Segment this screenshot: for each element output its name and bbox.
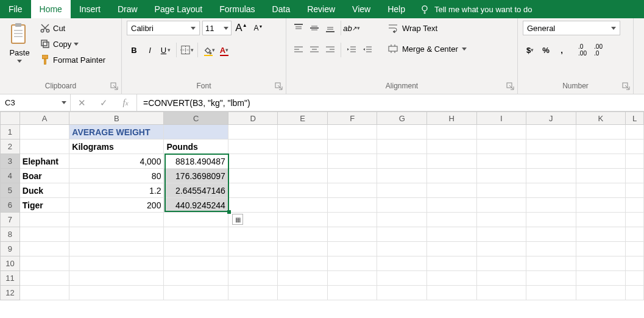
cell-C9[interactable]: [164, 242, 228, 256]
tab-view[interactable]: View: [344, 0, 379, 18]
cell-A11[interactable]: [20, 271, 70, 286]
cell-B1[interactable]: AVERAGE WEIGHT: [69, 125, 164, 140]
italic-button[interactable]: I: [143, 43, 157, 57]
cell-D2[interactable]: [228, 140, 278, 154]
row-header-2[interactable]: 2: [0, 140, 20, 154]
cell-D5[interactable]: [228, 183, 278, 198]
tab-help[interactable]: Help: [379, 0, 414, 18]
cell-K4[interactable]: [576, 169, 626, 183]
cell-F4[interactable]: [328, 169, 378, 183]
cell-L11[interactable]: [626, 271, 644, 286]
cell-E9[interactable]: [278, 242, 328, 256]
cell-E6[interactable]: [278, 198, 328, 213]
cell-B5[interactable]: 1.2: [69, 183, 164, 198]
cell-G6[interactable]: [377, 198, 427, 213]
cell-J6[interactable]: [526, 198, 576, 213]
cell-F6[interactable]: [328, 198, 378, 213]
row-header-10[interactable]: 10: [0, 256, 20, 271]
cell-E1[interactable]: [278, 125, 328, 140]
cell-C2[interactable]: Pounds: [164, 140, 228, 154]
fill-handle[interactable]: [227, 210, 231, 214]
cell-J11[interactable]: [526, 271, 576, 286]
col-header-C[interactable]: C: [164, 111, 228, 125]
fx-icon[interactable]: fx: [115, 97, 136, 108]
col-header-B[interactable]: B: [69, 111, 164, 125]
cell-K11[interactable]: [576, 271, 626, 286]
dialog-launcher-icon[interactable]: [506, 82, 515, 91]
cell-B11[interactable]: [69, 271, 164, 286]
cell-A10[interactable]: [20, 256, 70, 271]
cell-G7[interactable]: [377, 213, 427, 227]
cell-H11[interactable]: [427, 271, 477, 286]
cell-L3[interactable]: [626, 154, 644, 169]
cell-G12[interactable]: [377, 286, 427, 300]
cell-K10[interactable]: [576, 256, 626, 271]
increase-font-button[interactable]: A▲: [234, 21, 249, 35]
cell-A6[interactable]: Tiger: [20, 198, 70, 213]
align-bottom-button[interactable]: [323, 21, 338, 35]
tell-me[interactable]: Tell me what you want to do: [420, 0, 532, 18]
cell-F2[interactable]: [328, 140, 378, 154]
cell-J4[interactable]: [526, 169, 576, 183]
cell-H8[interactable]: [427, 227, 477, 242]
dialog-launcher-icon[interactable]: [275, 82, 283, 91]
cell-J3[interactable]: [526, 154, 576, 169]
row-header-5[interactable]: 5: [0, 183, 20, 198]
cell-H1[interactable]: [427, 125, 477, 140]
cell-J2[interactable]: [526, 140, 576, 154]
col-header-L[interactable]: L: [626, 111, 644, 125]
row-header-4[interactable]: 4: [0, 169, 20, 183]
cell-E8[interactable]: [278, 227, 328, 242]
cell-F11[interactable]: [328, 271, 378, 286]
row-header-1[interactable]: 1: [0, 125, 20, 140]
tab-file[interactable]: File: [0, 0, 31, 18]
cell-K9[interactable]: [576, 242, 626, 256]
cell-J12[interactable]: [526, 286, 576, 300]
tab-home[interactable]: Home: [31, 0, 71, 18]
cell-G11[interactable]: [377, 271, 427, 286]
row-header-11[interactable]: 11: [0, 271, 20, 286]
col-header-F[interactable]: F: [328, 111, 378, 125]
cell-F7[interactable]: [328, 213, 378, 227]
underline-button[interactable]: U▾: [158, 43, 173, 57]
cell-L2[interactable]: [626, 140, 644, 154]
enter-formula-button[interactable]: ✓: [93, 97, 115, 108]
cell-L10[interactable]: [626, 256, 644, 271]
cell-B10[interactable]: [69, 256, 164, 271]
cell-B8[interactable]: [69, 227, 164, 242]
cell-F5[interactable]: [328, 183, 378, 198]
col-header-K[interactable]: K: [576, 111, 626, 125]
select-all-corner[interactable]: [0, 111, 20, 125]
cell-G2[interactable]: [377, 140, 427, 154]
autofill-options-button[interactable]: ▦: [232, 214, 243, 225]
cell-G3[interactable]: [377, 154, 427, 169]
cell-A12[interactable]: [20, 286, 70, 300]
cell-D11[interactable]: [228, 271, 278, 286]
cell-I6[interactable]: [477, 198, 527, 213]
cell-K8[interactable]: [576, 227, 626, 242]
cell-D6[interactable]: [228, 198, 278, 213]
cell-C10[interactable]: [164, 256, 228, 271]
cell-H10[interactable]: [427, 256, 477, 271]
merge-center-button[interactable]: Merge & Center: [384, 41, 470, 56]
cell-I11[interactable]: [477, 271, 527, 286]
comma-format-button[interactable]: ,: [554, 43, 569, 57]
cell-K5[interactable]: [576, 183, 626, 198]
col-header-A[interactable]: A: [20, 111, 70, 125]
cell-D8[interactable]: [228, 227, 278, 242]
cell-C11[interactable]: [164, 271, 228, 286]
cell-D12[interactable]: [228, 286, 278, 300]
cell-F10[interactable]: [328, 256, 378, 271]
dialog-launcher-icon[interactable]: [110, 82, 119, 91]
tab-page-layout[interactable]: Page Layout: [146, 0, 211, 18]
cell-E3[interactable]: [278, 154, 328, 169]
cell-I8[interactable]: [477, 227, 527, 242]
increase-indent-button[interactable]: [360, 43, 375, 57]
cell-L5[interactable]: [626, 183, 644, 198]
cell-E5[interactable]: [278, 183, 328, 198]
cell-K7[interactable]: [576, 213, 626, 227]
cell-K3[interactable]: [576, 154, 626, 169]
cell-C1[interactable]: [164, 125, 228, 140]
cell-H4[interactable]: [427, 169, 477, 183]
cell-B9[interactable]: [69, 242, 164, 256]
